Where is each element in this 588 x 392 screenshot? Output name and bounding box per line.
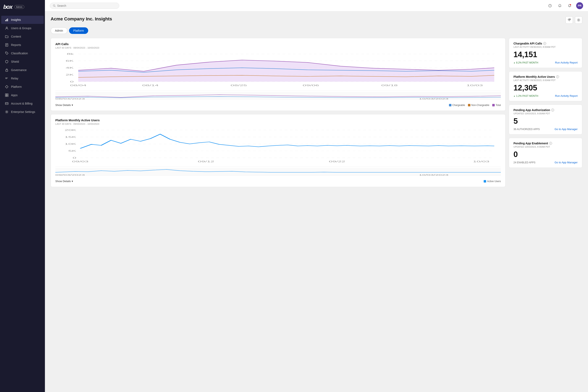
mau-legend-active: Active Users: [484, 180, 501, 183]
pending-enable-sub: UPDATED 10/03/2023, 8:00AM PDT: [514, 146, 578, 148]
svg-rect-9: [6, 70, 8, 72]
svg-text:09/03/2023: 09/03/2023: [55, 174, 85, 176]
mau-show-details[interactable]: Show Details ▾: [55, 180, 73, 183]
api-calls-title: API Calls: [55, 42, 501, 46]
pending-auth-footer: 36 AUTHORIZED APPS Go to App Manager: [514, 128, 578, 131]
chargeable-api-info-icon[interactable]: i: [543, 42, 546, 45]
sidebar-item-label: Apps: [11, 94, 18, 97]
pending-auth-sub: UPDATED 10/03/2023, 8:00AM PDT: [514, 112, 578, 115]
platform-mau-action[interactable]: Run Activity Report: [555, 94, 578, 98]
svg-rect-16: [5, 102, 8, 104]
pending-auth-card: Pending App Authorization i UPDATED 10/0…: [509, 104, 582, 134]
sidebar-item-apps[interactable]: Apps: [1, 91, 44, 99]
sidebar-item-label: Governance: [11, 68, 26, 72]
platform-mau-card: Platform Monthly Active Users LAST 30 DA…: [51, 114, 506, 187]
tag-icon: [5, 52, 8, 55]
api-show-details[interactable]: Show Details ▾: [55, 104, 73, 106]
settings-button[interactable]: [575, 16, 582, 24]
chargeable-api-footer: 8.2% PAST MONTH Run Activity Report: [514, 61, 578, 64]
sidebar-item-insights[interactable]: Insights: [1, 16, 44, 24]
sidebar-item-label: Account & Billing: [11, 102, 32, 105]
svg-text:08/04: 08/04: [70, 84, 86, 86]
header-actions: [566, 16, 582, 24]
svg-marker-11: [5, 85, 8, 88]
sidebar-item-platform[interactable]: Platform: [1, 83, 44, 91]
page-header: Acme Company Inc. Insights: [51, 16, 582, 24]
svg-text:0: 0: [70, 81, 74, 83]
pending-enable-footer: 24 ENABLED APPS Go to App Manager: [514, 161, 578, 164]
refresh-button[interactable]: [566, 16, 573, 24]
relay-icon: [5, 76, 8, 80]
sidebar-item-content[interactable]: Content: [1, 32, 44, 41]
pending-enable-title: Pending App Enablement i: [514, 142, 578, 145]
svg-line-20: [55, 6, 55, 7]
folder-icon: [5, 35, 8, 38]
sidebar-item-governance[interactable]: Governance: [1, 66, 44, 74]
pending-auth-info-icon[interactable]: i: [551, 108, 554, 112]
bell-icon[interactable]: [566, 2, 573, 9]
card-icon: [5, 102, 8, 105]
admin-badge: Admin: [14, 5, 24, 9]
sidebar-item-users-groups[interactable]: Users & Groups: [1, 24, 44, 32]
svg-rect-12: [5, 94, 6, 95]
avatar[interactable]: PR: [576, 2, 583, 9]
platform-mau-title: Platform Monthly Active Users: [55, 118, 501, 122]
api-calls-footer: Show Details ▾ ChargeableNon-ChargeableT…: [55, 104, 501, 106]
svg-text:10K: 10K: [65, 143, 76, 145]
svg-point-18: [6, 112, 7, 112]
platform-mau-info-icon[interactable]: i: [556, 75, 559, 78]
api-legend: ChargeableNon-ChargeableTotal: [449, 104, 501, 106]
svg-rect-1: [6, 19, 7, 21]
pending-enable-action[interactable]: Go to App Manager: [554, 161, 578, 164]
api-mini-timeline: 08/04/2023 10/03/2023: [55, 92, 501, 100]
svg-rect-0: [5, 20, 6, 21]
notifications-icon[interactable]: [556, 2, 563, 9]
pending-auth-title: Pending App Authorization i: [514, 108, 578, 112]
sidebar-item-label: Enterprise Settings: [11, 110, 35, 114]
svg-rect-15: [7, 95, 8, 96]
mau-legend: Active Users: [484, 180, 501, 183]
svg-point-3: [6, 27, 7, 28]
sidebar-item-label: Shield: [11, 60, 19, 63]
svg-text:10/03: 10/03: [466, 84, 483, 86]
sidebar-item-label: Insights: [11, 18, 21, 22]
tab-admin[interactable]: Admin: [51, 27, 68, 34]
sidebar-item-reports[interactable]: Reports: [1, 41, 44, 49]
page-title: Acme Company Inc. Insights: [51, 16, 112, 22]
tab-platform[interactable]: Platform: [69, 27, 88, 34]
help-icon[interactable]: ?: [547, 2, 553, 9]
svg-text:4K: 4K: [66, 67, 74, 69]
platform-mau-footer: Show Details ▾ Active Users: [55, 180, 501, 183]
chargeable-api-value: 14,151: [514, 50, 578, 59]
sidebar-nav: Insights Users & Groups Content Reports …: [0, 14, 45, 392]
api-legend-total: Total: [492, 104, 501, 106]
chargeable-api-card: Chargeable API Calls i LAST ACTIVITY 09/…: [509, 38, 582, 68]
svg-text:15K: 15K: [65, 136, 76, 138]
api-calls-chart-area: 8k 6K 4K 2K 0: [55, 52, 501, 88]
person-icon: [5, 26, 8, 30]
sidebar-item-classification[interactable]: Classification: [1, 49, 44, 57]
sidebar-item-label: Reports: [11, 43, 21, 46]
search-input[interactable]: [57, 4, 116, 7]
api-calls-svg: 8k 6K 4K 2K 0: [55, 52, 501, 88]
svg-text:10/03/2023: 10/03/2023: [419, 98, 448, 100]
pending-enable-info-icon[interactable]: i: [549, 142, 552, 145]
chargeable-api-title: Chargeable API Calls i: [514, 42, 578, 45]
sidebar-item-shield[interactable]: Shield: [1, 58, 44, 66]
sidebar-item-enterprise-settings[interactable]: Enterprise Settings: [1, 108, 44, 116]
pending-auth-count: 36 AUTHORIZED APPS: [514, 128, 540, 131]
search-box[interactable]: [50, 3, 119, 9]
tabs: AdminPlatform: [51, 27, 582, 34]
svg-text:6K: 6K: [66, 60, 74, 62]
sidebar-item-relay[interactable]: Relay: [1, 74, 44, 82]
svg-point-24: [578, 20, 579, 20]
pending-auth-action[interactable]: Go to App Manager: [554, 128, 578, 131]
chargeable-api-action[interactable]: Run Activity Report: [555, 61, 578, 64]
svg-text:08/25: 08/25: [230, 84, 247, 86]
sidebar-item-account-billing[interactable]: Account & Billing: [1, 100, 44, 108]
api-calls-card: API Calls LAST 60 DAYS · 08/04/2023 - 10…: [51, 38, 506, 111]
svg-text:09/06: 09/06: [302, 84, 319, 86]
svg-text:09/22: 09/22: [329, 160, 345, 163]
svg-text:10/03/2023: 10/03/2023: [419, 174, 448, 176]
search-icon: [53, 4, 56, 7]
